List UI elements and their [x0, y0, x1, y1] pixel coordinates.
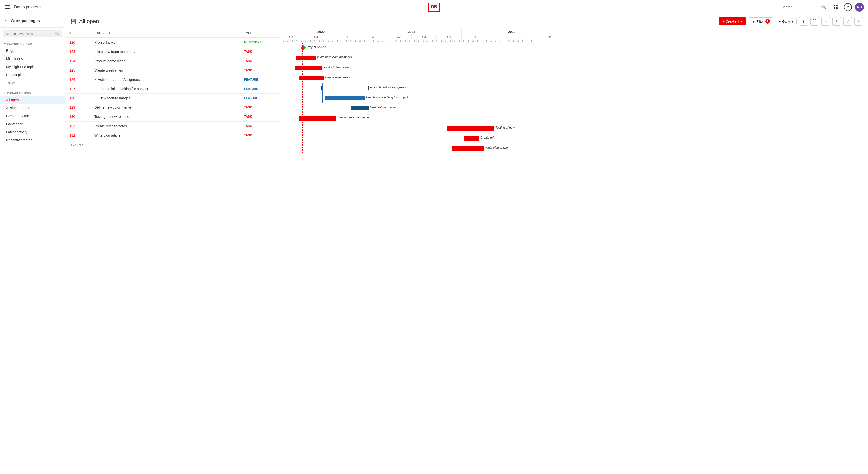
apps-button[interactable]	[832, 2, 841, 11]
gantt-week: 2	[358, 39, 362, 43]
gantt-bar	[447, 126, 494, 130]
table-row[interactable]: 131Create release notesTASK	[65, 121, 281, 131]
sidebar-item-all-open[interactable]: All open	[0, 96, 65, 104]
gantt-week: 3	[475, 39, 480, 43]
sidebar-item-latest-activity[interactable]: Latest activity	[0, 128, 65, 136]
gantt-week: 5	[394, 39, 399, 43]
gantt-week: 2	[448, 39, 453, 43]
sidebar-item-bugs[interactable]: Bugs	[0, 47, 65, 55]
sidebar-item-gantt-chart[interactable]: Gantt chart	[0, 120, 65, 128]
fullscreen-button[interactable]: ⛶	[810, 17, 819, 26]
table-row[interactable]: 127Enable inline editing for subjectFEAT…	[65, 84, 281, 94]
row-id: 123	[69, 50, 94, 54]
gantt-bar-label: Create rel	[480, 136, 494, 139]
table-row[interactable]: 132Write blog articleTASK	[65, 131, 281, 140]
gantt-bar	[452, 146, 484, 151]
page-title: All open	[79, 18, 716, 25]
sort-icon: ↑	[73, 32, 75, 35]
favorite-views-label: FAVORITE VIEWS	[7, 43, 32, 46]
gantt-week: 4	[480, 39, 484, 43]
gantt-week: 1	[444, 39, 448, 43]
sidebar-search-input[interactable]	[5, 32, 53, 36]
gantt-bar-label: Project kick-off	[307, 46, 327, 49]
gantt-button[interactable]: ≡ Gantt ▾	[776, 18, 797, 25]
gantt-bar	[296, 56, 316, 60]
gantt-week: 3	[290, 39, 294, 43]
fullscreen-icon: ⛶	[812, 19, 816, 24]
expand-button[interactable]: ⤢	[843, 17, 852, 26]
sidebar-item-my-high-prio[interactable]: My High Prio topics	[0, 63, 65, 71]
create-button[interactable]: + Create ▾	[719, 17, 746, 25]
zoom-out-button[interactable]: −	[821, 17, 830, 26]
default-views-chevron: ▾	[4, 92, 6, 95]
table-row[interactable]: 128New feature imagesFEATURE	[65, 94, 281, 103]
table-row[interactable]: 124Product demo videoTASK	[65, 57, 281, 66]
gantt-year: 2020	[281, 29, 361, 35]
sidebar-item-recently-created[interactable]: Recently created	[0, 136, 65, 144]
col-type-label: TYPE	[244, 31, 252, 35]
table-row[interactable]: 123Invite new team membersTASK	[65, 47, 281, 57]
hamburger-menu[interactable]	[4, 4, 11, 10]
gantt-week: 1	[376, 39, 380, 43]
col-header-type[interactable]: TYPE	[244, 31, 277, 35]
navbar-right: 🔍 ? RB	[779, 2, 864, 11]
back-button[interactable]: ←	[4, 18, 8, 23]
global-search-box[interactable]: 🔍	[779, 3, 829, 11]
help-button[interactable]: ?	[844, 3, 852, 11]
row-type: FEATURE	[244, 78, 277, 81]
gantt-quarter: Q1	[361, 35, 386, 39]
sidebar-search-box[interactable]: 🔍	[3, 30, 62, 37]
row-subject-text: Action board for Assignees	[98, 78, 140, 82]
filter-button[interactable]: ▼ Filter 1	[749, 17, 773, 25]
table-row[interactable]: 130Testing of new releaseTASK	[65, 112, 281, 121]
sidebar-item-tasks[interactable]: Tasks	[0, 79, 65, 87]
user-avatar[interactable]: RB	[855, 2, 864, 11]
favorite-items-list: BugsMilestonesMy High Prio topicsProject…	[0, 47, 65, 87]
table-row[interactable]: 126▾Action board for AssigneesFEATURE	[65, 75, 281, 84]
sidebar-item-project-plan[interactable]: Project plan	[0, 71, 65, 79]
row-id: 125	[69, 68, 94, 72]
table-body: 120Project kick-offMILESTONE123Invite ne…	[65, 38, 281, 140]
gantt-bar-label: Create wireframes	[325, 76, 350, 79]
col-header-subject[interactable]: ↕ SUBJECT	[94, 31, 244, 35]
col-header-id[interactable]: ID ↑	[69, 31, 94, 35]
search-icon: 🔍	[821, 4, 826, 9]
row-subject: Product demo video	[94, 59, 244, 63]
row-type: TASK	[244, 106, 277, 109]
gantt-dropdown-chevron: ▾	[792, 20, 794, 23]
table-row[interactable]: 125Create wireframesTASK	[65, 66, 281, 75]
toolbar: 💾 All open + Create ▾ ▼ Filter 1 ≡ Gantt…	[65, 14, 868, 29]
global-search-input[interactable]	[781, 5, 819, 9]
table-row[interactable]: 129Define new color themeTASK	[65, 103, 281, 112]
gantt-chart[interactable]: 202020212022 Q2Q3Q4Q1Q2Q3Q4Q1Q2Q3Q4 1234…	[281, 29, 868, 474]
row-subject-text: Enable inline editing for subject	[94, 87, 148, 91]
gantt-week: 3	[407, 39, 412, 43]
info-button[interactable]: ℹ	[799, 17, 808, 26]
row-subject-text: Project kick-off	[94, 40, 118, 45]
main-content: 💾 All open + Create ▾ ▼ Filter 1 ≡ Gantt…	[65, 14, 868, 474]
sidebar-item-assigned-to-me[interactable]: Assigned to me	[0, 104, 65, 112]
filter-icon: ▼	[752, 20, 755, 23]
gantt-bar-label: Testing of new	[495, 126, 515, 129]
row-type: TASK	[244, 59, 277, 63]
table-row[interactable]: 120Project kick-offMILESTONE	[65, 38, 281, 47]
project-name[interactable]: Demo project ▾	[14, 5, 41, 9]
gantt-week: 2	[304, 39, 308, 43]
expand-chevron-icon[interactable]: ▾	[94, 78, 96, 81]
gantt-row	[281, 93, 562, 103]
row-subject: New feature images	[94, 96, 244, 100]
row-subject: Create wireframes	[94, 68, 244, 72]
sidebar-item-created-by-me[interactable]: Created by me	[0, 112, 65, 120]
more-options-button[interactable]: ⋮	[855, 17, 863, 26]
zoom-in-button[interactable]: +	[832, 17, 841, 26]
row-id: 131	[69, 124, 94, 128]
gantt-week: 5	[529, 39, 534, 43]
gantt-row	[281, 63, 562, 73]
row-subject-text: Write blog article	[94, 133, 120, 137]
sidebar-title: Work packages	[10, 19, 40, 23]
gantt-week: 1	[399, 39, 403, 43]
info-icon: ℹ	[803, 19, 804, 24]
gantt-week: 2	[403, 39, 407, 43]
gantt-header: 202020212022 Q2Q3Q4Q1Q2Q3Q4Q1Q2Q3Q4 1234…	[281, 29, 868, 43]
sidebar-item-milestones[interactable]: Milestones	[0, 55, 65, 63]
